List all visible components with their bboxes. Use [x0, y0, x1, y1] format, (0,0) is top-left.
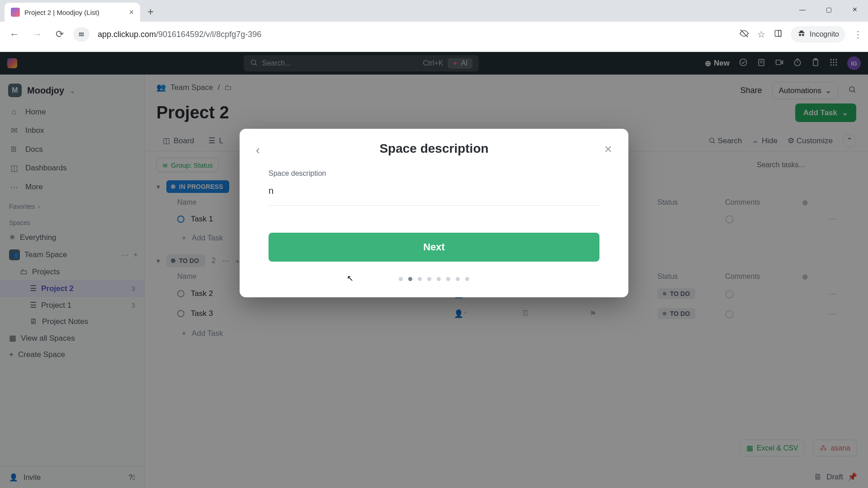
- minimize-button[interactable]: ―: [789, 0, 816, 19]
- app: Search... Ctrl+K ✦ AI ⊕ New: [0, 52, 868, 488]
- close-window-button[interactable]: ✕: [842, 0, 868, 19]
- close-tab-icon[interactable]: ×: [129, 8, 134, 17]
- browser-tab[interactable]: Project 2 | Moodjoy (List) ×: [5, 3, 140, 22]
- step-dot: [408, 277, 412, 281]
- svg-rect-0: [79, 33, 83, 34]
- incognito-badge[interactable]: Incognito: [791, 26, 845, 42]
- maximize-button[interactable]: ▢: [816, 0, 842, 19]
- step-dot: [437, 277, 441, 281]
- site-info-icon[interactable]: [73, 27, 90, 42]
- cursor-icon: ↖: [347, 273, 354, 283]
- back-button[interactable]: ←: [5, 25, 24, 43]
- bookmark-icon[interactable]: ☆: [757, 29, 765, 40]
- step-dot: [399, 277, 403, 281]
- window-controls: ― ▢ ✕: [789, 0, 868, 19]
- eye-off-icon[interactable]: [739, 28, 749, 41]
- address-bar: ← → ⟳ app.clickup.com/9016164592/v/l/8cp…: [0, 22, 868, 47]
- new-tab-button[interactable]: +: [140, 5, 161, 22]
- tab-title: Project 2 | Moodjoy (List): [24, 9, 124, 16]
- field-label: Space description: [269, 169, 599, 178]
- incognito-icon: [797, 29, 806, 40]
- favicon-icon: [11, 8, 20, 17]
- next-button[interactable]: Next: [269, 233, 599, 262]
- svg-rect-4: [778, 30, 781, 36]
- step-dot: [446, 277, 450, 281]
- space-description-modal: ‹ Space description × Space description …: [240, 129, 628, 297]
- step-dot: [427, 277, 431, 281]
- modal-body: Space description: [240, 161, 628, 206]
- modal-header: ‹ Space description ×: [240, 141, 628, 161]
- back-button[interactable]: ‹: [256, 143, 260, 157]
- close-icon[interactable]: ×: [604, 141, 612, 157]
- modal-title: Space description: [379, 141, 488, 156]
- space-description-input[interactable]: [269, 182, 599, 206]
- forward-button[interactable]: →: [28, 25, 46, 43]
- svg-rect-1: [79, 35, 83, 36]
- step-dot: [465, 277, 469, 281]
- url-display[interactable]: app.clickup.com/9016164592/v/l/8cpfg7g-3…: [94, 30, 735, 39]
- step-dot: [418, 277, 422, 281]
- tab-bar: Project 2 | Moodjoy (List) × + ― ▢ ✕: [0, 0, 868, 22]
- browser-chrome: Project 2 | Moodjoy (List) × + ― ▢ ✕ ← →…: [0, 0, 868, 52]
- reload-button[interactable]: ⟳: [51, 25, 69, 43]
- step-indicator: [240, 277, 628, 281]
- browser-menu-icon[interactable]: ⋮: [854, 29, 863, 40]
- address-icons: ☆ Incognito ⋮: [739, 26, 863, 42]
- extensions-icon[interactable]: [774, 29, 783, 40]
- step-dot: [456, 277, 460, 281]
